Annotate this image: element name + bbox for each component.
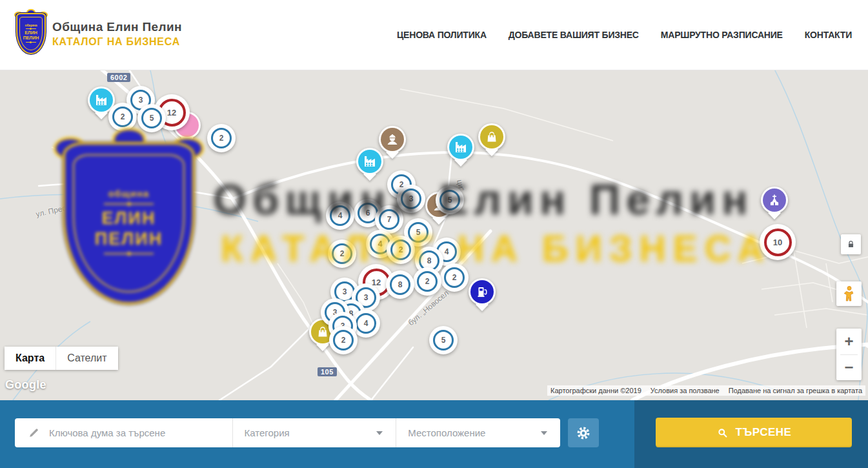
pin-marker-factory[interactable]: [356, 148, 383, 175]
cluster-marker[interactable]: 2: [328, 239, 356, 268]
cluster-marker[interactable]: 8: [386, 270, 414, 299]
chevron-down-icon: [376, 431, 383, 435]
zoom-in-button[interactable]: +: [836, 329, 862, 354]
site-header: община ЕЛИН ПЕЛИН Община Елин Пелин КАТА…: [0, 0, 868, 70]
nav-item-contacts[interactable]: КОНТАКТИ: [805, 30, 852, 40]
attribution-copyright: Картографски данни ©2019: [550, 387, 641, 394]
zoom-control: + −: [836, 329, 862, 380]
shopping-bag-icon: [480, 125, 503, 148]
advanced-settings-button[interactable]: [568, 418, 599, 447]
emblem-name-line2: ПЕЛИН: [23, 36, 39, 41]
google-map[interactable]: 6002105 ул. Преславбул. „Новоселци“ 3212…: [0, 70, 868, 400]
pin-marker-factory[interactable]: [447, 134, 474, 161]
location-select-label: Местоположение: [408, 427, 485, 438]
map-type-satellite-button[interactable]: Сателит: [56, 347, 117, 370]
cluster-marker[interactable]: 5: [137, 104, 166, 132]
map-attribution: Картографски данни ©2019 Условия за полз…: [547, 385, 865, 396]
cluster-count: 2: [112, 107, 133, 127]
worker-icon: [381, 128, 404, 151]
road-shield-label: 6002: [107, 73, 130, 82]
google-logo[interactable]: Google: [5, 378, 46, 392]
cluster-count: 5: [141, 108, 162, 128]
pin-marker-shopping-bag[interactable]: [478, 123, 505, 150]
site-title: Община Елин Пелин: [52, 20, 182, 34]
zoom-out-button[interactable]: −: [836, 355, 862, 381]
cluster-count: 8: [390, 274, 410, 295]
cluster-count: 5: [433, 330, 454, 351]
keyword-section: [15, 418, 232, 447]
emblem-top-text: община: [25, 23, 37, 27]
category-select[interactable]: Категория: [233, 418, 396, 447]
search-bar: Категория Местоположение ТЪРСЕ: [0, 400, 868, 468]
pegman-icon: [842, 285, 857, 303]
location-select[interactable]: Местоположение: [396, 418, 560, 447]
chevron-down-icon: [541, 431, 547, 435]
pegman-streetview-button[interactable]: [836, 281, 862, 306]
pencil-icon: [28, 427, 40, 439]
pin-marker-fuel[interactable]: [469, 278, 496, 305]
keyword-search-input[interactable]: [48, 427, 232, 439]
fuel-icon: [470, 280, 494, 303]
cluster-marker[interactable]: 4: [326, 201, 354, 230]
church-icon: [763, 188, 786, 212]
nav-item-add-business[interactable]: ДОБАВЕТЕ ВАШИЯТ БИЗНЕС: [509, 30, 639, 40]
padlock-icon: [845, 239, 856, 250]
cluster-marker[interactable]: 10: [760, 224, 796, 260]
site-subtitle: КАТАЛОГ НА БИЗНЕСА: [52, 36, 182, 48]
cluster-count: 2: [417, 271, 438, 292]
lock-control-button[interactable]: [841, 234, 861, 254]
pin-marker-worker[interactable]: [379, 126, 406, 153]
category-select-label: Категория: [245, 427, 290, 438]
cluster-count: 4: [356, 313, 376, 334]
emblem-divider: [26, 28, 36, 29]
nav-item-pricing[interactable]: ЦЕНОВА ПОЛИТИКА: [397, 30, 487, 40]
emblem-divider: [26, 42, 36, 43]
cluster-marker[interactable]: 3: [397, 185, 425, 213]
attribution-terms-link[interactable]: Условия за ползване: [651, 387, 720, 394]
map-type-map-button[interactable]: Карта: [5, 347, 56, 370]
cluster-marker[interactable]: 2: [413, 267, 441, 296]
cluster-count: 2: [390, 239, 411, 260]
cluster-count: 10: [764, 229, 792, 256]
factory-icon: [358, 150, 381, 173]
nav-item-route-schedule[interactable]: МАРШРУТНО РАЗПИСАНИЕ: [661, 30, 783, 40]
cluster-count: 5: [439, 190, 460, 210]
cluster-count: 2: [444, 267, 465, 288]
municipality-emblem-icon: община ЕЛИН ПЕЛИН: [16, 13, 46, 54]
cluster-marker[interactable]: 2: [108, 103, 137, 131]
cluster-count: 7: [379, 209, 399, 230]
cluster-count: 3: [401, 188, 421, 209]
cluster-count: 2: [333, 330, 354, 351]
cluster-marker[interactable]: 5: [436, 186, 464, 214]
cluster-marker[interactable]: 2: [329, 326, 358, 354]
emblem-shield: община ЕЛИН ПЕЛИН: [16, 13, 46, 54]
cluster-count: 4: [330, 205, 350, 226]
factory-icon: [90, 88, 113, 112]
factory-icon: [449, 136, 472, 159]
main-nav: ЦЕНОВА ПОЛИТИКА ДОБАВЕТЕ ВАШИЯТ БИЗНЕС М…: [397, 0, 852, 70]
cluster-count: 2: [211, 128, 232, 148]
pin-marker-church[interactable]: [761, 187, 788, 214]
search-filters: Категория Местоположение: [15, 418, 560, 447]
cluster-marker[interactable]: 2: [387, 236, 415, 264]
emblem-name-line1: ЕЛИН: [25, 30, 37, 36]
site-logo[interactable]: община ЕЛИН ПЕЛИН Община Елин Пелин КАТА…: [16, 13, 182, 54]
gear-icon: [575, 425, 592, 442]
search-button[interactable]: ТЪРСЕНЕ: [656, 418, 852, 447]
road-shield-label: 105: [318, 367, 337, 376]
attribution-report-link[interactable]: Подаване на сигнал за грешка в картата: [729, 387, 862, 394]
page: община ЕЛИН ПЕЛИН Община Елин Пелин КАТА…: [0, 0, 868, 468]
cluster-marker[interactable]: 2: [440, 263, 469, 292]
search-button-panel: ТЪРСЕНЕ: [634, 400, 868, 468]
cluster-count: 2: [332, 243, 352, 264]
cluster-marker[interactable]: 5: [429, 326, 458, 354]
map-type-control: Карта Сателит: [5, 347, 118, 370]
cluster-marker[interactable]: 2: [207, 124, 236, 152]
search-button-label: ТЪРСЕНЕ: [736, 426, 792, 439]
search-icon: [716, 427, 729, 439]
